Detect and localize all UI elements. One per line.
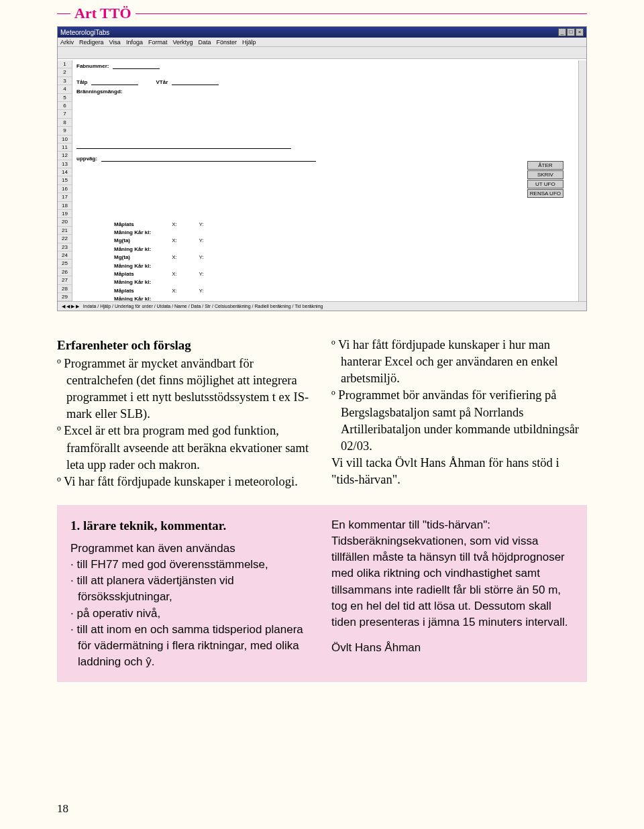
menubar: Arkiv Redigera Visa Infoga Format Verkty… [58,38,586,47]
text-input[interactable] [101,155,316,162]
field-label: Fabnummer: [76,63,109,69]
commentary-bullet: · till att planera vädertjänsten vid för… [70,573,313,605]
page-section-title: Art TTÖ [70,5,136,22]
commentary-heading: 1. lärare teknik, kommentar. [70,517,313,535]
button-skriv[interactable]: SKRIV [527,170,564,179]
commentary-intro: Programmet kan även användas [70,541,313,557]
acknowledgement: Vi vill tacka Övlt Hans Åhman för hans s… [331,455,587,488]
text-area[interactable] [76,102,291,149]
minimize-icon[interactable]: _ [558,28,566,36]
spreadsheet-area: 12345678910 11121314151617181920 2122232… [58,60,586,301]
field-label: Bränningsmängd: [76,89,122,95]
menu-item[interactable]: Redigera [79,39,104,46]
field-label: VTår [156,79,168,85]
menu-item[interactable]: Data [198,39,211,46]
commentary-box: 1. lärare teknik, kommentar. Programmet … [57,505,587,682]
sheet-tabs-text[interactable]: Indata / Hjälp / Underlag för order / Ut… [82,304,325,309]
signature: Övlt Hans Åhman [331,640,574,656]
button-stack: ÅTER SKRIV UT UFO RENSA UFO [527,161,564,198]
text-input[interactable] [91,78,138,85]
sheet-content[interactable]: Fabnummer: Tålp VTår Bränningsmängd: upp… [72,60,586,301]
commentary-bullet: · på operativ nivå, [70,606,313,622]
commentary-bullet: · till att inom en och samma tidsperiod … [70,622,313,670]
button-ater[interactable]: ÅTER [527,161,564,170]
scrollbar-vertical[interactable] [578,60,586,301]
measurement-grid: MåplatsX:Y: Måning Kår kl: Mg(ta)X:Y: Må… [114,220,208,303]
sheet-tabs[interactable]: ◀ ◀ ▶ ▶ Indata / Hjälp / Underlag för or… [58,301,586,311]
embedded-screenshot: MeteorologiTabs _ □ × Arkiv Redigera Vis… [57,26,587,311]
menu-item[interactable]: Format [148,39,168,46]
menu-item[interactable]: Verktyg [172,39,193,46]
commentary-bullet: · till FH77 med god överensstämmelse, [70,557,313,573]
menu-item[interactable]: Infoga [126,39,143,46]
bullet-item: º Excel är ett bra program med god funkt… [57,423,313,473]
menu-item[interactable]: Hjälp [242,39,256,46]
bullet-item: º Programmet är mycket användbart för ce… [57,355,313,423]
row-headers: 12345678910 11121314151617181920 2122232… [58,60,72,301]
section-heading: Erfarenheter och förslag [57,337,313,354]
window-titlebar: MeteorologiTabs _ □ × [58,27,586,38]
maximize-icon[interactable]: □ [567,28,575,36]
text-input[interactable] [172,78,219,85]
bullet-item: º Vi har fått fördjupade kunskaper i hur… [331,337,587,387]
commentary-right: En kommentar till "tids-härvan": Tidsber… [331,517,574,630]
body-text: Erfarenheter och förslag º Programmet är… [57,337,587,490]
field-label: Tålp [76,79,87,85]
field-label: uppväg: [76,156,97,162]
toolbar [58,47,586,59]
button-rensaufo[interactable]: RENSA UFO [527,189,564,198]
window-title: MeteorologiTabs [60,29,109,36]
close-icon[interactable]: × [576,28,584,36]
text-input[interactable] [113,62,160,69]
page-number: 18 [57,802,68,816]
menu-item[interactable]: Arkiv [60,39,74,46]
header-rule: Art TTÖ [57,13,587,14]
menu-item[interactable]: Fönster [216,39,237,46]
button-utufo[interactable]: UT UFO [527,180,564,188]
bullet-item: º Programmet bör användas för verifierin… [331,387,587,455]
bullet-item: º Vi har fått fördjupade kunskaper i met… [57,474,313,490]
menu-item[interactable]: Visa [109,39,121,46]
